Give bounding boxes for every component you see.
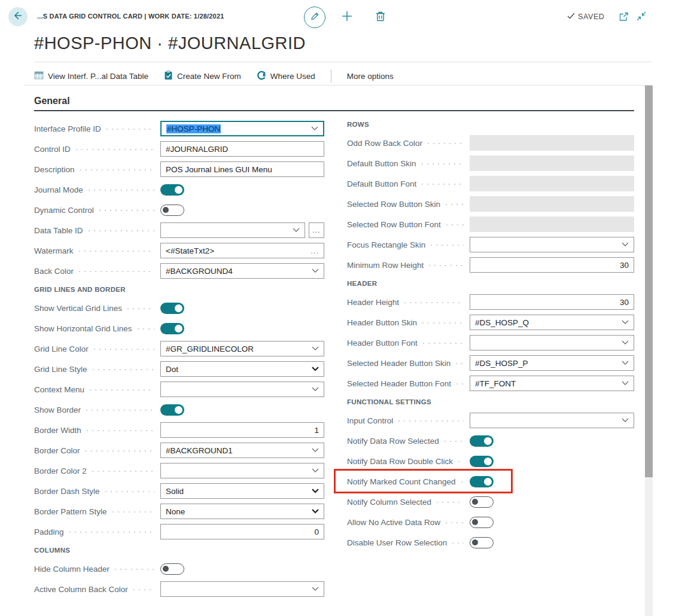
field-value: 1 [314, 426, 319, 435]
edit-button[interactable] [304, 7, 325, 28]
field-control: <#StateTxt2>... [160, 243, 324, 258]
action-view-interface-data-table[interactable]: View Interf. P...al Data Table [34, 71, 148, 82]
select-field[interactable]: Solid [160, 483, 324, 499]
field-value: Solid [166, 487, 184, 496]
field-control: #HOSP-PHON [160, 121, 324, 136]
toggle-knob [175, 186, 182, 194]
field-control [160, 382, 324, 397]
lookup-field[interactable]: #BACKGROUND4 [160, 263, 324, 279]
lookup-field[interactable] [160, 382, 324, 397]
more-options-button[interactable]: More options [347, 72, 394, 81]
action-where-used[interactable]: Where Used [257, 71, 315, 82]
text-field[interactable]: <#StateTxt2>... [160, 243, 324, 258]
lookup-field[interactable] [470, 335, 634, 350]
text-field[interactable]: 0 [160, 524, 324, 539]
dotted-leader [86, 450, 154, 452]
general-left-column: Interface Profile ID#HOSP-PHONControl ID… [34, 118, 324, 599]
general-right-column: ROWSOdd Row Back ColorDefault Button Ski… [347, 116, 634, 553]
field-row: Active Column Back Color [34, 579, 324, 599]
field-row: Disable User Row Selection [347, 532, 634, 553]
toggle-on[interactable] [160, 323, 184, 334]
toggle-on[interactable] [470, 435, 494, 447]
toggle-on[interactable] [160, 404, 184, 416]
chevron-down-icon [312, 509, 319, 514]
pencil-icon [309, 11, 320, 24]
text-field[interactable]: 30 [470, 257, 634, 273]
field-row: Selected Header Button Font#TF_FONT [347, 373, 634, 394]
toggle-on[interactable] [160, 184, 184, 196]
field-label: Notify Data Row Selected [347, 437, 439, 446]
field-label: Header Button Font [347, 339, 418, 347]
table-icon [34, 71, 44, 82]
field-row: Grid Line StyleDot [34, 359, 324, 379]
field-label: Border Width [34, 426, 81, 435]
select-field[interactable]: Dot [160, 361, 324, 377]
field-label: Focus Rectangle Skin [347, 240, 425, 249]
lookup-field[interactable] [160, 222, 305, 238]
field-control [470, 135, 634, 151]
field-control: #GR_GRIDLINECOLOR [160, 341, 324, 356]
text-field[interactable]: #JOURNALGRID [160, 141, 324, 157]
chevron-down-icon [312, 346, 319, 351]
dotted-leader [89, 230, 154, 231]
lookup-field[interactable] [160, 463, 324, 478]
toggle-off[interactable] [160, 563, 184, 575]
lookup-field[interactable] [470, 237, 634, 252]
field-control: 1 [160, 422, 324, 438]
lookup-field[interactable]: #TF_FONT [470, 376, 634, 391]
delete-button[interactable] [372, 9, 389, 26]
back-button[interactable] [8, 7, 28, 26]
field-label: Selected Row Button Font [347, 220, 441, 229]
group-subheader-label: HEADER [347, 280, 377, 287]
field-row: Show Horizontal Grid Lines [34, 318, 324, 339]
open-in-new-window-button[interactable] [618, 12, 630, 24]
group-subheader-label: FUNCTIONAL SETTINGS [347, 398, 431, 405]
select-field[interactable]: None [160, 504, 324, 519]
group-subheader: ROWS [347, 116, 634, 133]
assist-edit-button[interactable]: ... [309, 222, 324, 238]
trash-icon [375, 11, 386, 25]
toggle-knob [175, 304, 182, 312]
dotted-leader [458, 461, 464, 462]
lookup-field[interactable] [160, 581, 324, 597]
field-label: Input Control [347, 416, 393, 425]
field-value: #TF_FONT [475, 379, 516, 388]
text-field[interactable]: 30 [470, 294, 634, 310]
toggle-off[interactable] [470, 537, 494, 548]
disabled-field [470, 176, 634, 191]
toggle-off[interactable] [470, 496, 494, 508]
lookup-field[interactable]: #GR_GRIDLINECOLOR [160, 341, 324, 356]
action-create-new-from[interactable]: Create New From [164, 71, 241, 82]
toggle-off[interactable] [470, 517, 494, 528]
new-button[interactable] [339, 9, 355, 26]
text-field[interactable]: 1 [160, 422, 324, 438]
toggle-on[interactable] [160, 303, 184, 314]
field-control [160, 205, 324, 216]
chevron-down-icon [312, 448, 319, 453]
lookup-field[interactable] [470, 413, 634, 428]
toggle-on[interactable] [470, 476, 494, 487]
field-control [470, 456, 634, 467]
text-field[interactable]: POS Journal Lines GUI Menu [160, 161, 324, 177]
field-label: Notify Column Selected [347, 498, 431, 507]
toggle-knob [175, 325, 182, 333]
toggle-on[interactable] [470, 456, 494, 467]
field-label: Show Vertical Grid Lines [34, 304, 122, 313]
vertical-scrollbar-thumb[interactable] [645, 86, 653, 477]
where-used-icon [257, 71, 266, 82]
lookup-field[interactable]: #DS_HOSP_Q [470, 315, 634, 330]
field-control: #JOURNALGRID [160, 141, 324, 157]
dotted-leader [428, 143, 464, 144]
collapse-button[interactable] [635, 11, 647, 23]
field-row: Selected Row Button Skin [347, 194, 634, 214]
field-value: #HOSP-PHON [166, 124, 221, 133]
field-control [470, 196, 634, 212]
lookup-field[interactable]: #HOSP-PHON [160, 121, 324, 136]
toggle-off[interactable] [160, 205, 184, 216]
field-control: ... [160, 222, 324, 238]
field-row: Notify Column Selected [347, 492, 634, 512]
lookup-field[interactable]: #DS_HOSP_P [470, 355, 634, 371]
lookup-field[interactable]: #BACKGROUND1 [160, 443, 324, 458]
check-icon [567, 13, 575, 21]
field-label: Control ID [34, 145, 71, 154]
